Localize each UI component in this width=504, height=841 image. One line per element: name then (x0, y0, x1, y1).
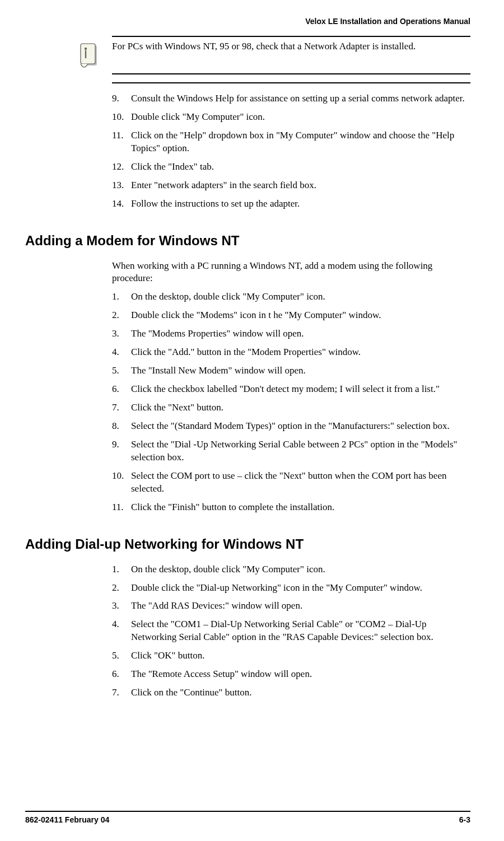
list-item: 9.Consult the Windows Help for assistanc… (112, 92, 470, 105)
step-text: Double click the "Modems" icon in t he "… (131, 310, 381, 320)
step-number: 6. (112, 383, 119, 396)
step-text: Click the "Finish" button to complete th… (131, 502, 334, 512)
step-number: 6. (112, 668, 119, 681)
step-text: Follow the instructions to set up the ad… (131, 198, 300, 209)
note-text: For PCs with Windows NT, 95 or 98, check… (112, 40, 470, 53)
document-header: Velox LE Installation and Operations Man… (25, 17, 470, 26)
step-number: 5. (112, 650, 119, 662)
step-number: 4. (112, 346, 119, 359)
step-text: The "Remote Access Setup" window will op… (131, 669, 312, 679)
step-number: 1. (112, 563, 119, 576)
step-text: Select the COM port to use – click the "… (131, 470, 446, 494)
step-text: Enter "network adapters" in the search f… (131, 180, 316, 190)
step-text: Double click "My Computer" icon. (131, 111, 265, 122)
list-item: 2.Double click the "Dial-up Networking" … (112, 582, 470, 595)
list-item: 2.Double click the "Modems" icon in t he… (112, 309, 470, 322)
step-text: Click the "Next" button. (131, 402, 223, 413)
step-number: 1. (112, 291, 119, 303)
section2-body: 1.On the desktop, double click "My Compu… (112, 563, 470, 700)
step-text: Click the checkbox labelled "Don't detec… (131, 384, 440, 394)
step-text: The "Add RAS Devices:" window will open. (131, 600, 302, 611)
list-item: 1.On the desktop, double click "My Compu… (112, 563, 470, 576)
list-item: 11.Click the "Finish" button to complete… (112, 501, 470, 514)
section1-intro: When working with a PC running a Windows… (112, 260, 470, 286)
step-text: Click on the "Continue" button. (131, 687, 252, 698)
list-item: 5.Click "OK" button. (112, 650, 470, 662)
step-text: The "Install New Modem" window will open… (131, 365, 306, 376)
list-item: 5.The "Install New Modem" window will op… (112, 365, 470, 377)
step-number: 14. (112, 198, 124, 211)
list-item: 4.Select the "COM1 – Dial-Up Networking … (112, 618, 470, 644)
step-number: 11. (112, 129, 124, 142)
step-number: 3. (112, 328, 119, 340)
list-item: 4.Click the "Add." button in the "Modem … (112, 346, 470, 359)
top-steps-block: 9.Consult the Windows Help for assistanc… (112, 82, 470, 211)
step-number: 10. (112, 470, 124, 483)
step-text: Select the "COM1 – Dial-Up Networking Se… (131, 619, 433, 642)
step-text: Consult the Windows Help for assistance … (131, 93, 465, 104)
list-item: 3.The "Modems Properties" window will op… (112, 328, 470, 340)
section1-body: When working with a PC running a Windows… (112, 260, 470, 514)
svg-point-2 (85, 48, 87, 50)
step-text: Click the "Index" tab. (131, 161, 214, 172)
step-number: 8. (112, 420, 119, 433)
list-item: 10.Double click "My Computer" icon. (112, 111, 470, 124)
list-item: 6.The "Remote Access Setup" window will … (112, 668, 470, 681)
step-text: On the desktop, double click "My Compute… (131, 291, 325, 302)
step-text: Click "OK" button. (131, 650, 204, 661)
step-text: Double click the "Dial-up Networking" ic… (131, 582, 422, 593)
step-number: 12. (112, 161, 124, 174)
list-item: 11.Click on the "Help" dropdown box in "… (112, 129, 470, 155)
step-number: 3. (112, 600, 119, 613)
step-text: Click the "Add." button in the "Modem Pr… (131, 347, 361, 357)
list-item: 10.Select the COM port to use – click th… (112, 470, 470, 496)
footer-right: 6-3 (459, 815, 470, 824)
step-text: The "Modems Properties" window will open… (131, 328, 304, 339)
step-text: On the desktop, double click "My Compute… (131, 564, 325, 574)
list-item: 9.Select the "Dial -Up Networking Serial… (112, 438, 470, 464)
heading-dialup-networking: Adding Dial-up Networking for Windows NT (25, 536, 470, 552)
list-item: 7.Click the "Next" button. (112, 401, 470, 414)
step-number: 13. (112, 179, 124, 192)
list-item: 8.Select the "(Standard Modem Types)" op… (112, 420, 470, 433)
note-block: For PCs with Windows NT, 95 or 98, check… (112, 36, 470, 74)
list-item: 14.Follow the instructions to set up the… (112, 198, 470, 211)
list-item: 7.Click on the "Continue" button. (112, 686, 470, 699)
list-item: 1.On the desktop, double click "My Compu… (112, 291, 470, 303)
step-number: 7. (112, 401, 119, 414)
list-item: 12.Click the "Index" tab. (112, 161, 470, 174)
step-number: 4. (112, 618, 119, 631)
step-number: 9. (112, 92, 119, 105)
step-number: 2. (112, 309, 119, 322)
page-footer: 862-02411 February 04 6-3 (25, 811, 470, 824)
step-number: 10. (112, 111, 124, 124)
list-item: 13.Enter "network adapters" in the searc… (112, 179, 470, 192)
step-number: 9. (112, 438, 119, 451)
step-number: 5. (112, 365, 119, 377)
step-text: Select the "(Standard Modem Types)" opti… (131, 421, 450, 431)
step-number: 11. (112, 501, 124, 514)
svg-rect-1 (81, 44, 95, 64)
step-number: 2. (112, 582, 119, 595)
step-number: 7. (112, 686, 119, 699)
step-text: Select the "Dial -Up Networking Serial C… (131, 439, 458, 462)
list-item: 3.The "Add RAS Devices:" window will ope… (112, 600, 470, 613)
step-text: Click on the "Help" dropdown box in "My … (131, 130, 454, 153)
footer-left: 862-02411 February 04 (25, 815, 109, 824)
svg-rect-3 (85, 50, 86, 58)
heading-adding-modem: Adding a Modem for Windows NT (25, 233, 470, 249)
list-item: 6.Click the checkbox labelled "Don't det… (112, 383, 470, 396)
note-icon (78, 43, 101, 75)
